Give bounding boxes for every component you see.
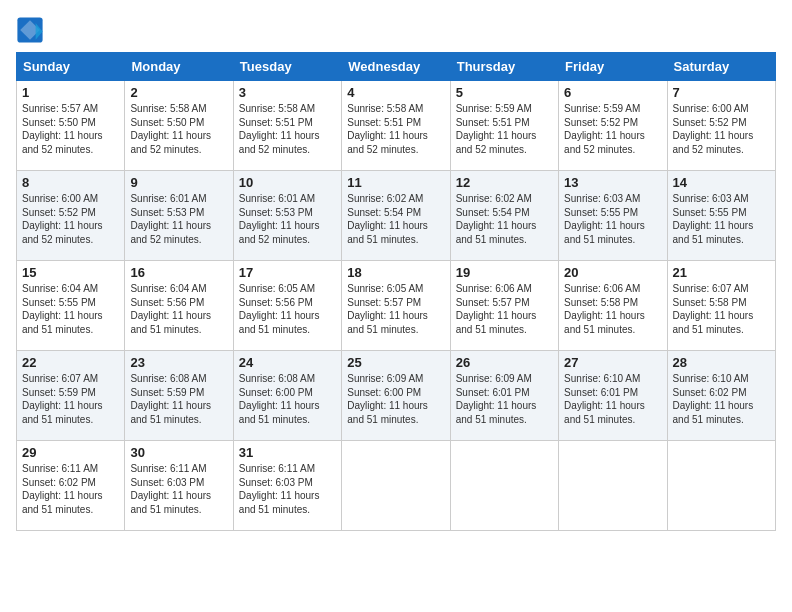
day-number: 6 bbox=[564, 85, 661, 100]
calendar-week-row: 29Sunrise: 6:11 AMSunset: 6:02 PMDayligh… bbox=[17, 441, 776, 531]
calendar-week-row: 15Sunrise: 6:04 AMSunset: 5:55 PMDayligh… bbox=[17, 261, 776, 351]
calendar-cell: 14Sunrise: 6:03 AMSunset: 5:55 PMDayligh… bbox=[667, 171, 775, 261]
day-number: 14 bbox=[673, 175, 770, 190]
day-info: Sunrise: 6:06 AMSunset: 5:57 PMDaylight:… bbox=[456, 282, 553, 336]
calendar-cell bbox=[450, 441, 558, 531]
calendar-cell: 16Sunrise: 6:04 AMSunset: 5:56 PMDayligh… bbox=[125, 261, 233, 351]
day-info: Sunrise: 6:04 AMSunset: 5:55 PMDaylight:… bbox=[22, 282, 119, 336]
day-info: Sunrise: 5:57 AMSunset: 5:50 PMDaylight:… bbox=[22, 102, 119, 156]
calendar-cell: 22Sunrise: 6:07 AMSunset: 5:59 PMDayligh… bbox=[17, 351, 125, 441]
day-number: 26 bbox=[456, 355, 553, 370]
calendar-body: 1Sunrise: 5:57 AMSunset: 5:50 PMDaylight… bbox=[17, 81, 776, 531]
day-number: 13 bbox=[564, 175, 661, 190]
day-info: Sunrise: 6:11 AMSunset: 6:02 PMDaylight:… bbox=[22, 462, 119, 516]
calendar-cell: 10Sunrise: 6:01 AMSunset: 5:53 PMDayligh… bbox=[233, 171, 341, 261]
calendar-cell: 2Sunrise: 5:58 AMSunset: 5:50 PMDaylight… bbox=[125, 81, 233, 171]
day-info: Sunrise: 6:11 AMSunset: 6:03 PMDaylight:… bbox=[130, 462, 227, 516]
day-number: 24 bbox=[239, 355, 336, 370]
day-number: 29 bbox=[22, 445, 119, 460]
day-of-week-header: Wednesday bbox=[342, 53, 450, 81]
calendar-cell: 27Sunrise: 6:10 AMSunset: 6:01 PMDayligh… bbox=[559, 351, 667, 441]
day-info: Sunrise: 6:06 AMSunset: 5:58 PMDaylight:… bbox=[564, 282, 661, 336]
day-of-week-header: Saturday bbox=[667, 53, 775, 81]
day-number: 1 bbox=[22, 85, 119, 100]
day-info: Sunrise: 6:11 AMSunset: 6:03 PMDaylight:… bbox=[239, 462, 336, 516]
day-number: 23 bbox=[130, 355, 227, 370]
day-info: Sunrise: 6:01 AMSunset: 5:53 PMDaylight:… bbox=[239, 192, 336, 246]
calendar-cell: 5Sunrise: 5:59 AMSunset: 5:51 PMDaylight… bbox=[450, 81, 558, 171]
day-number: 7 bbox=[673, 85, 770, 100]
day-info: Sunrise: 5:59 AMSunset: 5:52 PMDaylight:… bbox=[564, 102, 661, 156]
calendar-table: SundayMondayTuesdayWednesdayThursdayFrid… bbox=[16, 52, 776, 531]
calendar-cell: 11Sunrise: 6:02 AMSunset: 5:54 PMDayligh… bbox=[342, 171, 450, 261]
day-number: 8 bbox=[22, 175, 119, 190]
calendar-cell: 7Sunrise: 6:00 AMSunset: 5:52 PMDaylight… bbox=[667, 81, 775, 171]
day-info: Sunrise: 6:00 AMSunset: 5:52 PMDaylight:… bbox=[673, 102, 770, 156]
day-number: 18 bbox=[347, 265, 444, 280]
day-number: 17 bbox=[239, 265, 336, 280]
calendar-cell bbox=[342, 441, 450, 531]
day-info: Sunrise: 6:09 AMSunset: 6:00 PMDaylight:… bbox=[347, 372, 444, 426]
day-info: Sunrise: 6:08 AMSunset: 6:00 PMDaylight:… bbox=[239, 372, 336, 426]
day-number: 2 bbox=[130, 85, 227, 100]
calendar-cell bbox=[559, 441, 667, 531]
day-number: 12 bbox=[456, 175, 553, 190]
calendar-cell: 8Sunrise: 6:00 AMSunset: 5:52 PMDaylight… bbox=[17, 171, 125, 261]
day-number: 5 bbox=[456, 85, 553, 100]
day-info: Sunrise: 6:02 AMSunset: 5:54 PMDaylight:… bbox=[347, 192, 444, 246]
day-info: Sunrise: 6:07 AMSunset: 5:58 PMDaylight:… bbox=[673, 282, 770, 336]
calendar-cell: 6Sunrise: 5:59 AMSunset: 5:52 PMDaylight… bbox=[559, 81, 667, 171]
day-number: 11 bbox=[347, 175, 444, 190]
day-info: Sunrise: 6:09 AMSunset: 6:01 PMDaylight:… bbox=[456, 372, 553, 426]
calendar-cell: 15Sunrise: 6:04 AMSunset: 5:55 PMDayligh… bbox=[17, 261, 125, 351]
calendar-cell: 21Sunrise: 6:07 AMSunset: 5:58 PMDayligh… bbox=[667, 261, 775, 351]
calendar-cell: 20Sunrise: 6:06 AMSunset: 5:58 PMDayligh… bbox=[559, 261, 667, 351]
calendar-cell: 18Sunrise: 6:05 AMSunset: 5:57 PMDayligh… bbox=[342, 261, 450, 351]
calendar-cell: 26Sunrise: 6:09 AMSunset: 6:01 PMDayligh… bbox=[450, 351, 558, 441]
logo-icon bbox=[16, 16, 44, 44]
day-info: Sunrise: 6:10 AMSunset: 6:01 PMDaylight:… bbox=[564, 372, 661, 426]
logo bbox=[16, 16, 46, 44]
day-info: Sunrise: 6:01 AMSunset: 5:53 PMDaylight:… bbox=[130, 192, 227, 246]
calendar-week-row: 8Sunrise: 6:00 AMSunset: 5:52 PMDaylight… bbox=[17, 171, 776, 261]
calendar-cell: 29Sunrise: 6:11 AMSunset: 6:02 PMDayligh… bbox=[17, 441, 125, 531]
calendar-cell: 12Sunrise: 6:02 AMSunset: 5:54 PMDayligh… bbox=[450, 171, 558, 261]
day-number: 20 bbox=[564, 265, 661, 280]
calendar-cell: 25Sunrise: 6:09 AMSunset: 6:00 PMDayligh… bbox=[342, 351, 450, 441]
day-info: Sunrise: 6:05 AMSunset: 5:57 PMDaylight:… bbox=[347, 282, 444, 336]
day-info: Sunrise: 5:58 AMSunset: 5:50 PMDaylight:… bbox=[130, 102, 227, 156]
day-info: Sunrise: 6:05 AMSunset: 5:56 PMDaylight:… bbox=[239, 282, 336, 336]
calendar-cell: 28Sunrise: 6:10 AMSunset: 6:02 PMDayligh… bbox=[667, 351, 775, 441]
day-number: 25 bbox=[347, 355, 444, 370]
day-of-week-header: Friday bbox=[559, 53, 667, 81]
day-number: 19 bbox=[456, 265, 553, 280]
day-of-week-header: Monday bbox=[125, 53, 233, 81]
day-of-week-header: Thursday bbox=[450, 53, 558, 81]
day-info: Sunrise: 5:59 AMSunset: 5:51 PMDaylight:… bbox=[456, 102, 553, 156]
day-number: 10 bbox=[239, 175, 336, 190]
page-header bbox=[16, 16, 776, 44]
calendar-cell: 19Sunrise: 6:06 AMSunset: 5:57 PMDayligh… bbox=[450, 261, 558, 351]
calendar-cell: 30Sunrise: 6:11 AMSunset: 6:03 PMDayligh… bbox=[125, 441, 233, 531]
day-info: Sunrise: 5:58 AMSunset: 5:51 PMDaylight:… bbox=[347, 102, 444, 156]
day-of-week-header: Sunday bbox=[17, 53, 125, 81]
day-number: 4 bbox=[347, 85, 444, 100]
day-number: 15 bbox=[22, 265, 119, 280]
calendar-week-row: 1Sunrise: 5:57 AMSunset: 5:50 PMDaylight… bbox=[17, 81, 776, 171]
calendar-cell: 13Sunrise: 6:03 AMSunset: 5:55 PMDayligh… bbox=[559, 171, 667, 261]
calendar-cell: 31Sunrise: 6:11 AMSunset: 6:03 PMDayligh… bbox=[233, 441, 341, 531]
calendar-cell: 23Sunrise: 6:08 AMSunset: 5:59 PMDayligh… bbox=[125, 351, 233, 441]
day-info: Sunrise: 5:58 AMSunset: 5:51 PMDaylight:… bbox=[239, 102, 336, 156]
day-number: 9 bbox=[130, 175, 227, 190]
calendar-cell bbox=[667, 441, 775, 531]
calendar-cell: 1Sunrise: 5:57 AMSunset: 5:50 PMDaylight… bbox=[17, 81, 125, 171]
day-info: Sunrise: 6:03 AMSunset: 5:55 PMDaylight:… bbox=[673, 192, 770, 246]
day-number: 31 bbox=[239, 445, 336, 460]
calendar-cell: 17Sunrise: 6:05 AMSunset: 5:56 PMDayligh… bbox=[233, 261, 341, 351]
day-number: 28 bbox=[673, 355, 770, 370]
calendar-cell: 24Sunrise: 6:08 AMSunset: 6:00 PMDayligh… bbox=[233, 351, 341, 441]
calendar-week-row: 22Sunrise: 6:07 AMSunset: 5:59 PMDayligh… bbox=[17, 351, 776, 441]
day-info: Sunrise: 6:03 AMSunset: 5:55 PMDaylight:… bbox=[564, 192, 661, 246]
day-number: 27 bbox=[564, 355, 661, 370]
day-info: Sunrise: 6:00 AMSunset: 5:52 PMDaylight:… bbox=[22, 192, 119, 246]
